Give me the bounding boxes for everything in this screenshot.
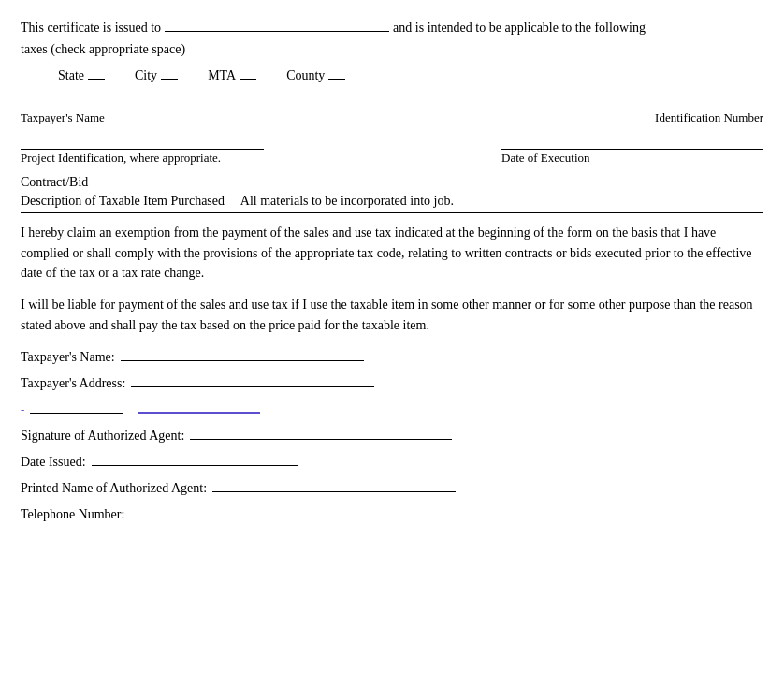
city-check-blank[interactable]	[161, 66, 178, 80]
project-date-row: Project Identification, where appropriat…	[21, 133, 763, 166]
state-label: State	[58, 68, 84, 83]
description-label: Description of Taxable Item Purchased	[21, 194, 225, 208]
state-fill-line-purple[interactable]	[138, 399, 260, 414]
signature-agent-line[interactable]	[190, 425, 452, 440]
date-issued-label: Date Issued:	[21, 455, 86, 470]
intro-text-before: This certificate is issued to	[21, 18, 161, 37]
date-issued-line[interactable]	[92, 451, 298, 466]
date-execution-label: Date of Execution	[501, 151, 763, 166]
county-check-blank[interactable]	[328, 66, 345, 80]
taxpayer-name-col: Taxpayer's Name	[21, 93, 473, 125]
taxpayer-id-row: Taxpayer's Name Identification Number	[21, 93, 763, 125]
city-label: City	[135, 68, 157, 83]
taxpayer-name-line[interactable]	[21, 93, 473, 109]
project-id-label: Project Identification, where appropriat…	[21, 151, 473, 166]
signature-agent-row: Signature of Authorized Agent:	[21, 425, 763, 444]
project-id-col: Project Identification, where appropriat…	[21, 133, 473, 166]
telephone-label: Telephone Number:	[21, 507, 124, 522]
project-id-line[interactable]	[21, 133, 264, 150]
mta-checkbox-item[interactable]: MTA	[208, 66, 256, 83]
date-execution-line[interactable]	[501, 133, 763, 150]
telephone-row: Telephone Number:	[21, 503, 763, 522]
description-value: All materials to be incorporated into jo…	[240, 194, 454, 208]
checkbox-row: State City MTA County	[58, 66, 763, 83]
intro-text-after: and is intended to be applicable to the …	[393, 18, 646, 37]
printed-name-row: Printed Name of Authorized Agent:	[21, 477, 763, 496]
county-label: County	[286, 68, 325, 83]
date-issued-row: Date Issued:	[21, 451, 763, 470]
taxpayer-address-sig-line[interactable]	[131, 372, 374, 387]
body-paragraph-1: I hereby claim an exemption from the pay…	[21, 223, 763, 284]
city-state-row: -	[21, 399, 763, 417]
full-divider	[21, 212, 763, 213]
id-number-label: Identification Number	[501, 110, 763, 125]
state-checkbox-item[interactable]: State	[58, 66, 105, 83]
county-checkbox-item[interactable]: County	[286, 66, 345, 83]
taxpayer-name-sig-label: Taxpayer's Name:	[21, 350, 115, 365]
taxpayer-name-label: Taxpayer's Name	[21, 110, 473, 125]
signature-section: Taxpayer's Name: Taxpayer's Address: - S…	[21, 346, 763, 522]
telephone-line[interactable]	[130, 503, 345, 518]
id-number-line[interactable]	[501, 93, 763, 109]
contract-bid-label: Contract/Bid	[21, 175, 763, 190]
signature-agent-label: Signature of Authorized Agent:	[21, 429, 184, 444]
city-checkbox-item[interactable]: City	[135, 66, 178, 83]
taxpayer-address-sig-row: Taxpayer's Address:	[21, 372, 763, 391]
taxpayer-name-sig-line[interactable]	[121, 346, 364, 361]
taxes-line: taxes (check appropriate space)	[21, 42, 185, 56]
state-check-blank[interactable]	[88, 66, 105, 80]
taxpayer-name-sig-row: Taxpayer's Name:	[21, 346, 763, 365]
id-number-col: Identification Number	[501, 93, 763, 125]
mta-check-blank[interactable]	[240, 66, 256, 80]
issued-to-field[interactable]	[165, 17, 389, 32]
date-execution-col: Date of Execution	[501, 133, 763, 166]
taxpayer-address-sig-label: Taxpayer's Address:	[21, 376, 125, 391]
body-paragraph-2: I will be liable for payment of the sale…	[21, 295, 763, 335]
printed-name-line[interactable]	[212, 477, 456, 492]
description-row: Description of Taxable Item Purchased Al…	[21, 194, 763, 209]
mta-label: MTA	[208, 68, 236, 83]
printed-name-label: Printed Name of Authorized Agent:	[21, 481, 207, 496]
dash-mark: -	[21, 402, 24, 417]
city-fill-line[interactable]	[30, 399, 123, 414]
intro-section: This certificate is issued to and is int…	[21, 17, 763, 59]
